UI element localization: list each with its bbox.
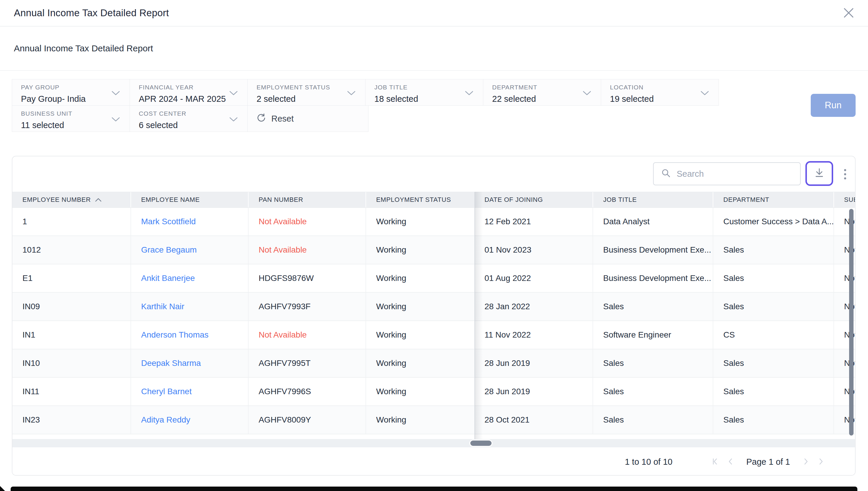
- filter-label: JOB TITLE: [374, 84, 474, 91]
- employee-number-cell: IN23: [12, 406, 131, 434]
- sort-ascending-icon: [95, 198, 102, 202]
- employee-name-link[interactable]: Karthik Nair: [141, 302, 184, 311]
- employee-name-link[interactable]: Aditya Reddy: [141, 415, 190, 425]
- filter-value: 19 selected: [610, 94, 710, 104]
- bottom-corner-wedge: [0, 486, 5, 491]
- table-row: IN09Karthik NairAGHFV7993FWorking28 Jan …: [12, 293, 855, 321]
- job-title-cell: Business Development Exe...: [593, 236, 713, 264]
- filter-job-title[interactable]: JOB TITLE 18 selected: [365, 79, 483, 106]
- filter-row-1: PAY GROUP Pay Group- India FINANCIAL YEA…: [12, 79, 719, 106]
- table-row: E1Ankit BanerjeeHDGFS9876WWorking01 Aug …: [12, 264, 855, 293]
- column-header-date-of-joining[interactable]: DATE OF JOINING: [474, 192, 593, 207]
- column-header-pan-number[interactable]: PAN NUMBER: [249, 192, 366, 207]
- department-cell: Sales: [713, 406, 834, 434]
- last-page-button[interactable]: [814, 456, 830, 468]
- column-header-label: DATE OF JOINING: [484, 196, 543, 204]
- vertical-scrollbar-thumb[interactable]: [849, 209, 853, 436]
- pan-number-cell: AGHFV7996S: [249, 378, 366, 405]
- filter-label: FINANCIAL YEAR: [139, 84, 239, 91]
- table-body: 1Mark ScottfieldNot AvailableWorking12 F…: [12, 208, 855, 434]
- bottom-bar: [11, 487, 857, 491]
- department-cell: CS: [713, 321, 834, 349]
- close-button[interactable]: [841, 6, 856, 20]
- employee-name-link[interactable]: Ankit Banerjee: [141, 273, 195, 283]
- filter-panel: PAY GROUP Pay Group- India FINANCIAL YEA…: [12, 79, 719, 132]
- first-page-button[interactable]: [707, 456, 723, 468]
- employee-name-link[interactable]: Grace Begaum: [141, 245, 197, 255]
- employee-name-cell: Grace Begaum: [131, 236, 249, 264]
- department-cell: Sales: [713, 236, 834, 264]
- column-header-job-title[interactable]: JOB TITLE: [593, 192, 713, 207]
- filter-pay-group[interactable]: PAY GROUP Pay Group- India: [12, 79, 130, 106]
- filter-label: EMPLOYMENT STATUS: [257, 84, 356, 91]
- employee-number-cell: IN11: [12, 378, 131, 405]
- filter-financial-year[interactable]: FINANCIAL YEAR APR 2024 - MAR 2025: [130, 79, 248, 106]
- column-header-employee-number[interactable]: EMPLOYEE NUMBER: [12, 192, 131, 207]
- employment-status-cell: Working: [366, 321, 474, 349]
- employment-status-cell: Working: [366, 208, 474, 235]
- column-header-label: EMPLOYMENT STATUS: [376, 196, 451, 204]
- pagination-page-label: Page 1 of 1: [746, 457, 790, 467]
- column-header-label: EMPLOYEE NUMBER: [23, 196, 91, 204]
- filter-employment-status[interactable]: EMPLOYMENT STATUS 2 selected: [247, 79, 365, 106]
- search-icon: [661, 169, 671, 179]
- page-title: Annual Income Tax Detailed Report: [14, 7, 169, 19]
- next-page-button[interactable]: [798, 456, 814, 468]
- date-of-joining-cell: 01 Nov 2023: [474, 236, 593, 264]
- report-subheader: Annual Income Tax Detailed Report: [0, 27, 868, 71]
- employee-name-cell: Cheryl Barnet: [131, 378, 249, 405]
- chevron-down-icon: [111, 91, 120, 97]
- previous-page-button[interactable]: [723, 456, 739, 468]
- chevron-down-icon: [229, 91, 238, 97]
- column-header-employment-status[interactable]: EMPLOYMENT STATUS: [366, 192, 474, 207]
- employee-number-cell: IN09: [12, 293, 131, 320]
- employee-name-cell: Anderson Thomas: [131, 321, 249, 349]
- date-of-joining-cell: 28 Jun 2019: [474, 378, 593, 405]
- filter-location[interactable]: LOCATION 19 selected: [601, 79, 719, 106]
- employee-number-cell: 1: [12, 208, 131, 235]
- search-input[interactable]: [677, 169, 794, 179]
- reset-button[interactable]: Reset: [247, 105, 368, 132]
- employee-name-link[interactable]: Mark Scottfield: [141, 217, 196, 226]
- employee-number-cell: 1012: [12, 236, 131, 264]
- last-page-icon: [818, 458, 825, 466]
- column-header-department[interactable]: DEPARTMENT: [713, 192, 834, 207]
- search-box: [653, 162, 801, 185]
- employment-status-cell: Working: [366, 293, 474, 320]
- department-cell: Sales: [713, 293, 834, 320]
- filter-label: COST CENTER: [139, 110, 239, 117]
- employee-name-link[interactable]: Anderson Thomas: [141, 330, 208, 340]
- download-button[interactable]: [805, 161, 833, 186]
- table-toolbar: [12, 156, 855, 192]
- employee-name-cell: Ankit Banerjee: [131, 264, 249, 292]
- table-row: IN1Anderson ThomasNot AvailableWorking11…: [12, 321, 855, 349]
- table-row: 1012Grace BegaumNot AvailableWorking01 N…: [12, 236, 855, 264]
- close-icon: [843, 7, 854, 20]
- table-row: IN23Aditya ReddyAGHFV8009YWorking28 Oct …: [12, 406, 855, 434]
- employment-status-cell: Working: [366, 264, 474, 292]
- pan-number-cell: HDGFS9876W: [249, 264, 366, 292]
- filter-business-unit[interactable]: BUSINESS UNIT 11 selected: [12, 105, 130, 132]
- pan-number-cell: AGHFV7995T: [249, 349, 366, 377]
- employment-status-cell: Working: [366, 378, 474, 405]
- employee-name-link[interactable]: Deepak Sharma: [141, 358, 201, 368]
- more-options-button[interactable]: [839, 165, 851, 183]
- column-header-label: SUB DIVISION: [844, 196, 855, 204]
- column-header-label: JOB TITLE: [603, 196, 637, 204]
- job-title-cell: Sales: [593, 406, 713, 434]
- employee-name-link[interactable]: Cheryl Barnet: [141, 387, 192, 396]
- pagination-bar: 1 to 10 of 10 Page 1 of 1: [12, 447, 855, 475]
- filter-cost-center[interactable]: COST CENTER 6 selected: [130, 105, 248, 132]
- filter-department[interactable]: DEPARTMENT 22 selected: [483, 79, 601, 106]
- department-cell: Customer Success > Data A...: [713, 208, 834, 235]
- horizontal-scrollbar-thumb[interactable]: [470, 440, 493, 447]
- run-button[interactable]: Run: [811, 94, 856, 117]
- table-row: IN10Deepak SharmaAGHFV7995TWorking28 Jun…: [12, 349, 855, 378]
- kebab-icon: [844, 169, 846, 171]
- first-page-icon: [711, 458, 719, 466]
- column-header-employee-name[interactable]: EMPLOYEE NAME: [131, 192, 249, 207]
- column-header-sub-department[interactable]: SUB DIVISION: [834, 192, 855, 207]
- job-title-cell: Sales: [593, 293, 713, 320]
- date-of-joining-cell: 28 Jun 2019: [474, 349, 593, 377]
- pan-number-cell: Not Available: [249, 208, 366, 235]
